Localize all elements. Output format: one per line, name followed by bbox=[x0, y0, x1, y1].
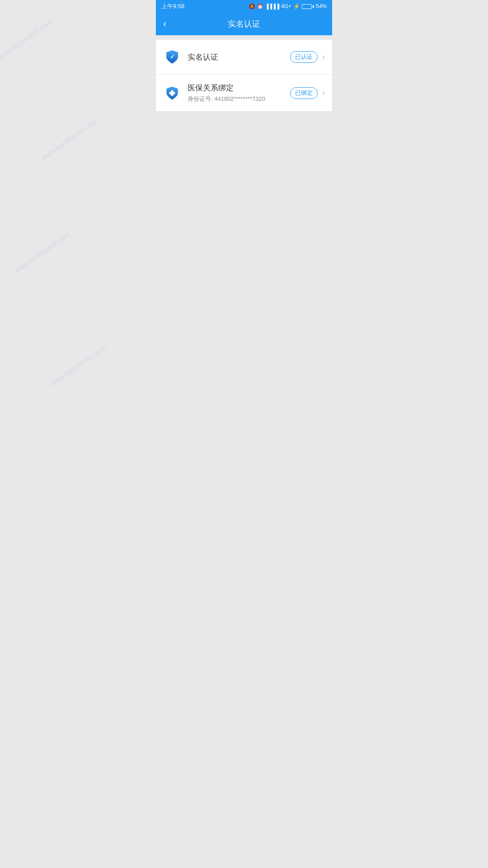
battery-container bbox=[302, 4, 314, 9]
charging-icon: ⚡ bbox=[293, 3, 300, 9]
svg-text:✓: ✓ bbox=[170, 54, 175, 60]
medical-bind-title: 医保关系绑定 bbox=[188, 83, 290, 93]
real-name-title: 实名认证 bbox=[188, 53, 218, 61]
svg-rect-2 bbox=[169, 92, 175, 94]
battery-body bbox=[302, 4, 312, 9]
medical-bind-badge: 已绑定 bbox=[290, 87, 318, 99]
status-bar: 上午9:58 🔕 ⏰ ▐▐▐▐ 4G+ ⚡ 54% bbox=[156, 0, 332, 13]
alarm-icon: ⏰ bbox=[257, 4, 263, 9]
medical-bind-subtitle: 身份证号: 441802********7320 bbox=[188, 95, 290, 103]
battery-tip bbox=[313, 5, 314, 8]
real-name-item[interactable]: ✓ 实名认证 已认证 › bbox=[156, 40, 332, 74]
shield-v-icon: ✓ bbox=[163, 48, 181, 66]
network-type: 4G+ bbox=[281, 3, 291, 9]
shield-plus-icon bbox=[163, 84, 181, 102]
back-button[interactable]: ‹ bbox=[163, 17, 170, 31]
top-divider bbox=[156, 35, 332, 40]
real-name-badge: 已认证 bbox=[290, 51, 318, 63]
medical-bind-content: 医保关系绑定 身份证号: 441802********7320 bbox=[188, 83, 290, 103]
real-name-arrow: › bbox=[322, 52, 325, 62]
signal-icon: ▐▐▐▐ bbox=[265, 4, 279, 9]
list-container: ✓ 实名认证 已认证 › bbox=[156, 40, 332, 111]
content-area bbox=[156, 111, 332, 346]
status-icons: 🔕 ⏰ ▐▐▐▐ 4G+ ⚡ 54% bbox=[249, 3, 327, 9]
page-title: 实名认证 bbox=[228, 19, 260, 29]
medical-bind-arrow: › bbox=[322, 88, 325, 98]
medical-bind-item[interactable]: 医保关系绑定 身份证号: 441802********7320 已绑定 › bbox=[156, 74, 332, 111]
navbar: ‹ 实名认证 bbox=[156, 13, 332, 35]
battery-percent: 54% bbox=[316, 3, 327, 9]
status-time: 上午9:58 bbox=[161, 2, 184, 10]
real-name-content: 实名认证 bbox=[188, 52, 290, 62]
mute-icon: 🔕 bbox=[249, 3, 255, 9]
